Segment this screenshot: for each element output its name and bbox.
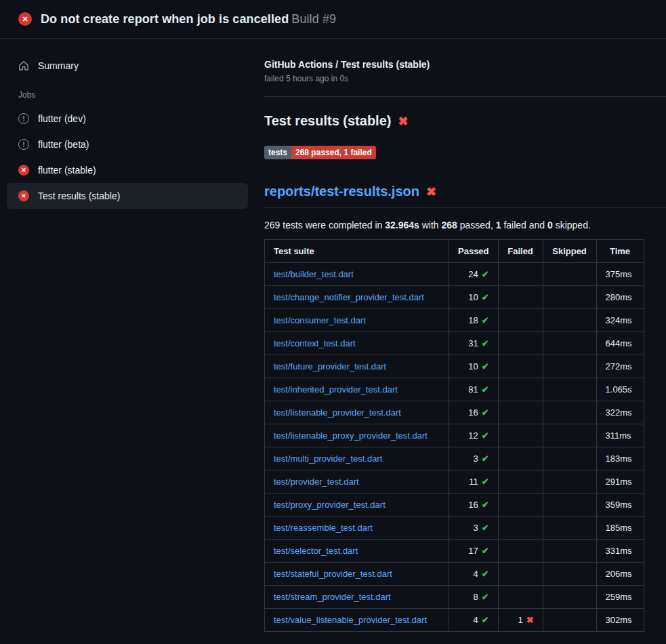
passed-cell-count: 3 [473, 523, 478, 533]
suite-cell: test/consumer_test.dart [265, 309, 449, 332]
suite-link[interactable]: test/listenable_provider_test.dart [274, 407, 401, 418]
table-row: test/value_listenable_provider_test.dart… [265, 609, 644, 632]
suite-link[interactable]: test/listenable_proxy_provider_test.dart [274, 430, 428, 441]
passed-cell-count: 10 [468, 292, 478, 302]
suite-link[interactable]: test/inherited_provider_test.dart [274, 384, 398, 395]
check-icon: ✔ [482, 546, 489, 556]
passed-cell: 16✔ [449, 494, 499, 517]
check-icon: ✔ [482, 269, 489, 279]
column-header-passed: Passed [449, 240, 499, 263]
home-icon [18, 60, 29, 71]
suite-cell: test/inherited_provider_test.dart [265, 378, 449, 401]
skipped-cell [543, 286, 596, 309]
suite-cell: test/provider_test.dart [265, 470, 449, 494]
skipped-cell [543, 263, 596, 286]
summary-skipped-count: 0 [547, 220, 553, 230]
sidebar-item-label: Test results (stable) [38, 190, 120, 201]
time-cell: 644ms [596, 332, 644, 355]
tests-badge: tests 268 passed, 1 failed [264, 146, 376, 159]
badge-label: tests [264, 146, 291, 159]
suite-cell: test/reassemble_test.dart [265, 517, 449, 540]
column-header-failed: Failed [498, 240, 543, 263]
suite-link[interactable]: test/consumer_test.dart [274, 315, 366, 325]
failed-cell [498, 263, 543, 286]
skipped-cell [543, 494, 596, 517]
page-title: Do not create report when job is cancell… [41, 12, 336, 26]
passed-cell-count: 8 [473, 592, 478, 602]
suite-link[interactable]: test/selector_test.dart [274, 546, 358, 556]
main-panel: GitHub Actions / Test results (stable) f… [257, 39, 666, 632]
sidebar-item-label: Summary [38, 60, 79, 71]
build-number: Build #9 [291, 12, 336, 26]
sidebar-item-label: flutter (stable) [38, 165, 96, 176]
passed-cell: 3✔ [449, 517, 499, 540]
check-icon: ✔ [482, 338, 489, 348]
check-icon: ✔ [482, 454, 489, 464]
check-run-header: ✕ Do not create report when job is cance… [0, 0, 666, 39]
sidebar-item-job[interactable]: ✕flutter (stable) [7, 157, 248, 183]
test-table-body: test/builder_test.dart24✔375mstest/chang… [265, 263, 644, 632]
time-cell: 206ms [596, 563, 644, 586]
passed-cell: 18✔ [449, 309, 499, 332]
skipped-cell [543, 378, 596, 401]
time-cell: 302ms [596, 609, 644, 632]
suite-link[interactable]: test/builder_test.dart [274, 269, 354, 279]
suite-link[interactable]: test/value_listenable_provider_test.dart [274, 615, 427, 625]
skipped-cell [543, 332, 596, 355]
table-header-row: Test suite Passed Failed Skipped Time [265, 240, 644, 263]
report-link[interactable]: reports/test-results.json [264, 184, 419, 199]
summary-passed-count: 268 [442, 220, 457, 230]
failed-cell [498, 517, 543, 540]
check-icon: ✔ [482, 292, 489, 302]
suite-link[interactable]: test/change_notifier_provider_test.dart [274, 292, 424, 302]
passed-cell-count: 12 [468, 430, 478, 441]
failed-cell [498, 424, 543, 447]
passed-cell: 24✔ [449, 263, 499, 286]
skipped-cell [543, 563, 596, 586]
passed-cell: 4✔ [449, 609, 499, 632]
failed-cell [498, 401, 543, 424]
failed-cell [498, 470, 543, 494]
sidebar-item-job[interactable]: !flutter (dev) [7, 106, 248, 132]
suite-link[interactable]: test/context_test.dart [274, 338, 356, 348]
run-meta: failed 5 hours ago in 0s [264, 74, 666, 83]
failed-cell [498, 586, 543, 609]
skipped-cell [543, 447, 596, 470]
column-header-test-suite: Test suite [265, 240, 449, 263]
check-icon: ✔ [482, 592, 489, 602]
sidebar-item-job[interactable]: !flutter (beta) [7, 132, 248, 157]
time-cell: 359ms [596, 494, 644, 517]
sidebar-item-label: flutter (beta) [38, 139, 89, 150]
check-icon: ✔ [482, 430, 489, 441]
suite-cell: test/value_listenable_provider_test.dart [265, 609, 449, 632]
check-icon: ✔ [482, 361, 489, 371]
failed-cell [498, 378, 543, 401]
failed-cell [498, 494, 543, 517]
time-cell: 272ms [596, 355, 644, 378]
sidebar-item-job[interactable]: ✕Test results (stable) [7, 183, 248, 209]
suite-cell: test/context_test.dart [265, 332, 449, 355]
passed-cell: 4✔ [449, 563, 499, 586]
suite-link[interactable]: test/future_provider_test.dart [274, 361, 386, 371]
column-header-skipped: Skipped [543, 240, 596, 263]
suite-link[interactable]: test/provider_test.dart [274, 477, 359, 487]
x-circle-icon: ✕ [18, 165, 29, 176]
suite-link[interactable]: test/stateful_provider_test.dart [274, 569, 392, 579]
failed-cell [498, 540, 543, 563]
time-cell: 324ms [596, 309, 644, 332]
sidebar-item-summary[interactable]: Summary [7, 53, 248, 79]
skipped-cell [543, 401, 596, 424]
suite-cell: test/stream_provider_test.dart [265, 586, 449, 609]
time-cell: 185ms [596, 517, 644, 540]
time-cell: 1.065s [596, 378, 644, 401]
suite-link[interactable]: test/multi_provider_test.dart [274, 454, 382, 464]
suite-cell: test/stateful_provider_test.dart [265, 563, 449, 586]
suite-link[interactable]: test/proxy_provider_test.dart [274, 500, 386, 510]
suite-link[interactable]: test/stream_provider_test.dart [274, 592, 391, 602]
passed-cell-count: 4 [473, 569, 478, 579]
suite-link[interactable]: test/reassemble_test.dart [274, 523, 373, 533]
neutral-circle-icon: ! [18, 139, 29, 150]
table-row: test/inherited_provider_test.dart81✔1.06… [265, 378, 644, 401]
time-cell: 375ms [596, 263, 644, 286]
passed-cell: 3✔ [449, 447, 499, 470]
